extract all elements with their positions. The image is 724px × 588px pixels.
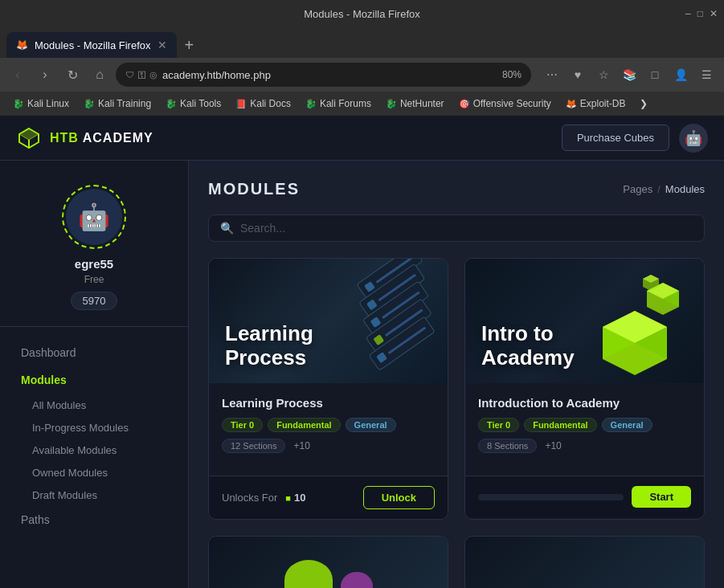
- extra-lp: +10: [293, 440, 309, 451]
- logo-text: HTB ACADEMY: [50, 131, 153, 145]
- modules-label: Modules: [21, 374, 67, 386]
- breadcrumb-separator: /: [657, 183, 661, 195]
- synced-tabs-button[interactable]: □: [644, 63, 666, 86]
- module-card-footer-learning-process: Unlocks For ■10 Unlock: [209, 476, 448, 519]
- reload-button[interactable]: ↻: [61, 63, 84, 86]
- purchase-cubes-button[interactable]: Purchase Cubes: [562, 125, 669, 151]
- unlocks-label-lp: Unlocks For: [222, 492, 277, 504]
- module-title-overlay-intro-academy: Intro toAcademy: [481, 322, 575, 370]
- profile-avatar-wrapper: 🤖: [62, 185, 126, 249]
- offensive-security-label: Offensive Security: [473, 98, 551, 109]
- in-progress-label: In-Progress Modules: [32, 422, 129, 434]
- breadcrumb-current: Modules: [665, 183, 705, 195]
- tag-general-lp: General: [346, 418, 396, 432]
- app-container: HTB ACADEMY Purchase Cubes 🤖 🤖 egre55 Fr…: [0, 116, 724, 588]
- minimize-icon[interactable]: –: [685, 8, 691, 19]
- star-button[interactable]: ☆: [592, 63, 615, 86]
- module-meta-intro-academy: 8 Sections +10: [478, 439, 691, 453]
- bookmark-kali-training[interactable]: 🐉 Kali Training: [77, 96, 157, 112]
- search-input[interactable]: [240, 222, 693, 235]
- module-card-image-intro-academy: Intro toAcademy: [465, 259, 704, 383]
- kali-linux-icon: 🐉: [13, 99, 24, 109]
- search-icon: 🔍: [220, 222, 234, 235]
- partial-module-card-left: [208, 536, 448, 588]
- sidebar-item-in-progress[interactable]: In-Progress Modules: [13, 417, 175, 439]
- sidebar-item-all-modules[interactable]: All Modules: [13, 394, 175, 416]
- offensive-security-icon: 🎯: [459, 99, 470, 109]
- back-button[interactable]: ‹: [6, 63, 29, 86]
- browser-title: Modules - Mozilla Firefox: [304, 8, 420, 20]
- active-tab[interactable]: 🦊 Modules - Mozilla Firefox ✕: [6, 32, 177, 58]
- home-button[interactable]: ⌂: [88, 63, 111, 86]
- sidebar: 🤖 egre55 Free 5970 Dashboard Modules All…: [0, 161, 189, 588]
- sidebar-item-dashboard[interactable]: Dashboard: [13, 340, 175, 365]
- page-title: MODULES: [208, 180, 300, 198]
- library-button[interactable]: 📚: [618, 63, 640, 86]
- owned-label: Owned Modules: [32, 467, 108, 479]
- shield-icon: 🛡: [125, 70, 134, 80]
- module-title-overlay-learning-process: LearningProcess: [225, 322, 313, 370]
- start-button-ia[interactable]: Start: [632, 486, 691, 508]
- content-header: MODULES Pages / Modules: [208, 180, 705, 198]
- module-card-body-intro-academy: Introduction to Academy Tier 0 Fundament…: [465, 383, 704, 476]
- bookmark-kali-docs[interactable]: 📕 Kali Docs: [229, 96, 297, 112]
- tag-fundamental-ia: Fundamental: [524, 418, 596, 432]
- profile-avatar: 🤖: [66, 189, 122, 245]
- extensions-button[interactable]: ⋯: [541, 63, 563, 86]
- sidebar-nav: Dashboard Modules All Modules In-Progres…: [0, 340, 188, 534]
- module-card-intro-academy: Intro toAcademy: [464, 258, 705, 520]
- bookmark-nethunter[interactable]: 🐉 NetHunter: [379, 96, 451, 112]
- bookmarks-bar: 🐉 Kali Linux 🐉 Kali Training 🐉 Kali Tool…: [0, 92, 724, 116]
- breadcrumb-pages[interactable]: Pages: [623, 183, 652, 195]
- module-card-body-learning-process: Learning Process Tier 0 Fundamental Gene…: [209, 383, 448, 476]
- bookmark-kali-tools[interactable]: 🐉 Kali Tools: [159, 96, 227, 112]
- sections-badge-ia: 8 Sections: [478, 439, 537, 453]
- bookmark-exploit-db[interactable]: 🦊 Exploit-DB: [559, 96, 632, 112]
- new-tab-button[interactable]: +: [178, 32, 201, 58]
- sidebar-item-modules[interactable]: Modules: [13, 367, 175, 393]
- draft-label: Draft Modules: [32, 489, 97, 501]
- logo-cube-icon: [16, 125, 42, 151]
- restore-icon[interactable]: □: [697, 8, 703, 19]
- bookmark-kali-linux[interactable]: 🐉 Kali Linux: [6, 96, 76, 112]
- tag-tier0-lp: Tier 0: [222, 418, 263, 432]
- unlocks-value-lp: ■10: [285, 492, 305, 504]
- profile-plan: Free: [84, 274, 104, 285]
- extra-ia: +10: [545, 440, 561, 451]
- all-modules-label: All Modules: [32, 399, 86, 411]
- close-icon[interactable]: ✕: [710, 8, 718, 19]
- user-avatar[interactable]: 🤖: [679, 124, 708, 153]
- app-header: HTB ACADEMY Purchase Cubes 🤖: [0, 116, 724, 161]
- bookmark-offensive-security[interactable]: 🎯 Offensive Security: [452, 96, 558, 112]
- pocket-button[interactable]: ♥: [567, 63, 589, 86]
- bookmark-kali-forums[interactable]: 🐉 Kali Forums: [299, 96, 378, 112]
- browser-toolbar: ‹ › ↻ ⌂ 🛡 ⚿ ◎ academy.htb/home.php 80% ⋯…: [0, 58, 724, 92]
- toolbar-icons: ⋯ ♥ ☆ 📚 □ 👤 ☰: [541, 63, 718, 86]
- progress-bar-ia: [478, 494, 624, 500]
- available-label: Available Modules: [32, 444, 117, 456]
- sections-badge-lp: 12 Sections: [222, 439, 285, 453]
- svg-marker-1: [19, 129, 39, 140]
- address-bar[interactable]: 🛡 ⚿ ◎ academy.htb/home.php 80%: [116, 63, 531, 87]
- account-button[interactable]: 👤: [669, 63, 692, 86]
- kali-docs-icon: 📕: [235, 99, 247, 109]
- sidebar-item-paths[interactable]: Paths: [13, 507, 175, 533]
- address-bar-icons: 🛡 ⚿ ◎: [125, 70, 157, 80]
- tab-close-button[interactable]: ✕: [157, 39, 167, 51]
- dashboard-label: Dashboard: [21, 346, 76, 359]
- privacy-icon: ◎: [149, 70, 157, 80]
- partial-modules-grid: [208, 536, 705, 588]
- window-controls: – □ ✕: [685, 8, 718, 19]
- sidebar-item-draft[interactable]: Draft Modules: [13, 484, 175, 506]
- modules-grid: LearningProcess: [208, 258, 705, 520]
- user-profile: 🤖 egre55 Free 5970: [0, 177, 188, 327]
- sidebar-item-available[interactable]: Available Modules: [13, 439, 175, 461]
- forward-button[interactable]: ›: [34, 63, 56, 86]
- logo-area: HTB ACADEMY: [16, 125, 153, 151]
- sidebar-item-owned[interactable]: Owned Modules: [13, 462, 175, 484]
- profile-avatar-icon: 🤖: [78, 202, 110, 232]
- unlock-button-lp[interactable]: Unlock: [363, 486, 435, 509]
- search-container: 🔍: [208, 214, 705, 242]
- bookmark-more[interactable]: ❯: [633, 96, 654, 112]
- menu-button[interactable]: ☰: [695, 63, 718, 86]
